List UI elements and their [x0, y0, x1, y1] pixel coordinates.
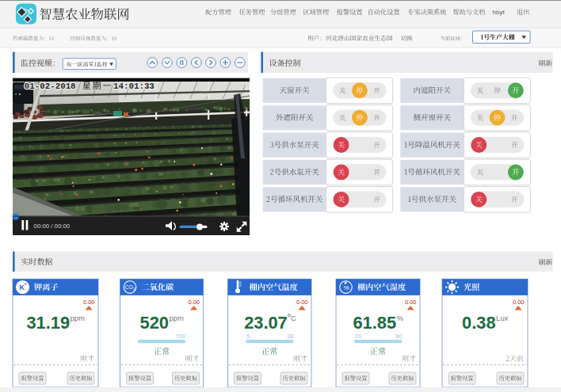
svg-text:2: 2 — [133, 287, 135, 291]
svg-text:20: 20 — [355, 333, 361, 340]
svg-text:01-02-2018: 01-02-2018 — [25, 82, 76, 91]
svg-text:CO: CO — [125, 284, 133, 290]
svg-text:+: + — [24, 281, 27, 286]
svg-text:38: 38 — [287, 333, 293, 340]
svg-text:0.00: 0.00 — [188, 299, 200, 306]
svg-text:90: 90 — [395, 333, 402, 340]
svg-text:5: 5 — [246, 333, 250, 340]
svg-text:C: C — [291, 314, 296, 322]
svg-text:0.00: 0.00 — [83, 299, 95, 306]
svg-text:0.38: 0.38 — [462, 313, 495, 333]
svg-text:ppm: ppm — [71, 314, 86, 322]
svg-text:0.00: 0.00 — [405, 299, 417, 306]
svg-text:Lux: Lux — [496, 314, 509, 322]
svg-text:00:00 / 00:00: 00:00 / 00:00 — [34, 223, 71, 230]
svg-text:61.85: 61.85 — [353, 313, 397, 333]
svg-text:23.07: 23.07 — [244, 313, 288, 333]
svg-text:%: % — [397, 314, 404, 322]
svg-text:0.00: 0.00 — [296, 299, 308, 306]
svg-text:hbyt: hbyt — [493, 9, 506, 16]
svg-text:%: % — [343, 284, 349, 291]
svg-text:31.19: 31.19 — [27, 313, 71, 333]
svg-text:520: 520 — [140, 313, 169, 333]
svg-text:700: 700 — [176, 333, 186, 340]
svg-text:0.00: 0.00 — [513, 299, 525, 306]
svg-text:ppm: ppm — [169, 314, 184, 322]
svg-text:14:01:33: 14:01:33 — [113, 82, 155, 91]
